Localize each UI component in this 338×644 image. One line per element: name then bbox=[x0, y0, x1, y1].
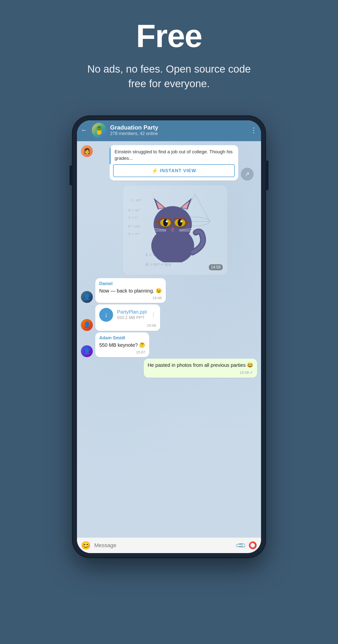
message-input[interactable] bbox=[94, 542, 233, 549]
avatar-icon: 👤 bbox=[84, 294, 90, 300]
article-bubble: Einstein struggled to find a job out of … bbox=[110, 145, 238, 180]
message-sender: Daniel bbox=[99, 281, 162, 286]
phone-mockup: ← 🍍 Graduation Party 278 members, 42 onl… bbox=[72, 116, 266, 558]
chat-avatar-icon: 🍍 bbox=[94, 126, 104, 135]
svg-point-17 bbox=[163, 219, 168, 226]
article-preview: Einstein struggled to find a job out of … bbox=[115, 149, 233, 161]
cat-sticker bbox=[138, 193, 212, 267]
avatar: 👤 bbox=[81, 345, 93, 357]
message-time: 15:07 bbox=[99, 350, 145, 354]
chat-status: 278 members, 42 online bbox=[110, 131, 247, 136]
camera-button[interactable]: ⭕ bbox=[248, 541, 257, 550]
emoji-icon: 😊 bbox=[81, 541, 91, 550]
instant-view-label: INSTANT VIEW bbox=[160, 168, 196, 174]
instant-view-button[interactable]: ⚡ INSTANT VIEW bbox=[113, 164, 235, 177]
chat-header: ← 🍍 Graduation Party 278 members, 42 onl… bbox=[77, 120, 261, 141]
svg-point-18 bbox=[178, 219, 182, 226]
phone-outer: ← 🍍 Graduation Party 278 members, 42 onl… bbox=[72, 116, 266, 558]
message-row: 👤 Adam Smidt 550 MB keynote? 🤔 15:07 bbox=[81, 332, 257, 357]
hero-section: Free No ads, no fees. Open source code f… bbox=[0, 0, 338, 106]
phone-inner: ← 🍍 Graduation Party 278 members, 42 onl… bbox=[77, 120, 261, 553]
message-text: Now — back to planning. 😉 bbox=[99, 287, 162, 294]
camera-icon: ⭕ bbox=[248, 542, 257, 549]
message-bubble: Daniel Now — back to planning. 😉 15:06 bbox=[95, 278, 166, 303]
message-row: 👤 ↓ PartyPlan.ppt 550.2 MB PPT ⋮ bbox=[81, 304, 257, 331]
chat-input-bar: 😊 📎 ⭕ bbox=[77, 538, 261, 553]
back-button[interactable]: ← bbox=[81, 126, 87, 134]
download-icon: ↓ bbox=[105, 311, 108, 318]
avatar-icon: 👤 bbox=[84, 348, 90, 354]
file-menu-button[interactable]: ⋮ bbox=[151, 312, 156, 318]
svg-point-19 bbox=[166, 220, 168, 222]
message-row: 👩 Einstein struggled to find a job out o… bbox=[81, 145, 257, 180]
file-row: ↓ PartyPlan.ppt 550.2 MB PPT ⋮ bbox=[99, 308, 156, 322]
chat-body: 👩 Einstein struggled to find a job out o… bbox=[77, 141, 261, 538]
sticker-container: l = πr² A = πr² V = l³ P = 2πr A = πr² bbox=[123, 186, 227, 275]
hero-subtitle: No ads, no fees. Open source code free f… bbox=[82, 62, 256, 91]
read-receipt-icon: ✓ bbox=[250, 370, 253, 375]
hero-title: Free bbox=[10, 20, 328, 52]
own-message-bubble: He pasted in photos from all previous pa… bbox=[144, 359, 257, 378]
svg-text:V = l³: V = l³ bbox=[128, 216, 137, 220]
avatar-icon: 👩 bbox=[84, 148, 90, 154]
message-text: He pasted in photos from all previous pa… bbox=[148, 362, 253, 368]
forward-icon: ↗ bbox=[245, 171, 249, 177]
download-button[interactable]: ↓ bbox=[99, 308, 113, 322]
own-message-row: He pasted in photos from all previous pa… bbox=[81, 359, 257, 378]
message-sender: Adam Smidt bbox=[99, 336, 145, 340]
message-time: 15:06 bbox=[99, 296, 162, 300]
avatar: 👤 bbox=[81, 291, 93, 303]
file-info: PartyPlan.ppt 550.2 MB PPT bbox=[117, 309, 147, 320]
file-bubble: ↓ PartyPlan.ppt 550.2 MB PPT ⋮ 15:06 bbox=[95, 304, 160, 331]
avatar-icon: 👤 bbox=[84, 322, 90, 328]
file-name: PartyPlan.ppt bbox=[117, 309, 147, 315]
sticker-row: l = πr² A = πr² V = l³ P = 2πr A = πr² bbox=[93, 186, 257, 275]
chat-info: Graduation Party 278 members, 42 online bbox=[110, 124, 247, 136]
message-time: 15:08 ✓ bbox=[148, 370, 253, 375]
attach-icon: 📎 bbox=[235, 540, 247, 551]
forward-button[interactable]: ↗ bbox=[241, 168, 254, 180]
instant-view-icon: ⚡ bbox=[152, 168, 158, 174]
file-size: 550.2 MB PPT bbox=[117, 315, 147, 320]
chat-menu-button[interactable]: ⋮ bbox=[250, 126, 257, 134]
message-row: 👤 Daniel Now — back to planning. 😉 15:06 bbox=[81, 278, 257, 303]
chat-name: Graduation Party bbox=[110, 124, 247, 131]
message-bubble: Adam Smidt 550 MB keynote? 🤔 15:07 bbox=[95, 332, 149, 357]
message-text: 550 MB keynote? 🤔 bbox=[99, 342, 145, 348]
avatar: 👤 bbox=[81, 319, 93, 331]
message-time: 15:06 bbox=[99, 323, 156, 328]
attach-button[interactable]: 📎 bbox=[235, 540, 247, 551]
article-text: Einstein struggled to find a job out of … bbox=[110, 145, 238, 164]
emoji-button[interactable]: 😊 bbox=[81, 541, 91, 550]
chat-avatar: 🍍 bbox=[92, 123, 107, 138]
avatar: 👩 bbox=[81, 145, 93, 157]
svg-point-20 bbox=[180, 220, 182, 222]
